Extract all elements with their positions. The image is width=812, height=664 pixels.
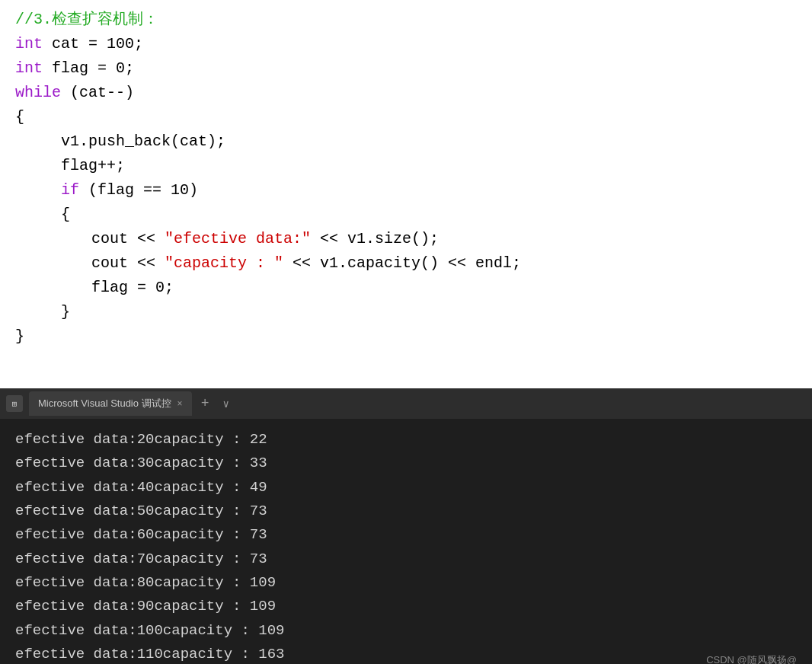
output-line: efective data:80capacity : 109 — [15, 571, 797, 595]
code-line: { — [0, 105, 812, 129]
code-token: while — [15, 81, 61, 105]
code-line: int cat = 100; — [0, 32, 812, 56]
terminal-panel: ⊞ Microsoft Visual Studio 调试控 × + ∨ efec… — [0, 388, 812, 664]
code-token: flag = 0; — [91, 276, 174, 300]
code-token: (flag == 10) — [79, 178, 198, 203]
code-line: } — [0, 324, 812, 349]
output-line: efective data:100capacity : 109 — [15, 619, 797, 643]
code-token: << v1.capacity() << endl; — [283, 251, 521, 276]
code-token: { — [61, 203, 70, 227]
code-line: v1.push_back(cat); — [0, 129, 812, 154]
code-line: cout << "capacity : " << v1.capacity() <… — [0, 251, 812, 276]
output-line: efective data:50capacity : 73 — [15, 500, 797, 523]
code-token: "capacity : " — [165, 251, 283, 276]
code-token: (cat--) — [61, 81, 134, 105]
code-token: "efective data:" — [165, 227, 311, 251]
code-token: flag++; — [61, 154, 125, 178]
code-line: } — [0, 300, 812, 324]
code-token: } — [61, 300, 70, 324]
code-token: v1.push_back(cat); — [61, 129, 225, 154]
code-line: if (flag == 10) — [0, 178, 812, 203]
output-line: efective data:30capacity : 33 — [15, 452, 797, 475]
code-line: flag++; — [0, 154, 812, 178]
terminal-chevron-button[interactable]: ∨ — [218, 397, 233, 410]
code-token: if — [61, 178, 79, 203]
code-token: flag = 0; — [43, 56, 134, 81]
terminal-close-button[interactable]: × — [177, 398, 183, 409]
code-token: int — [15, 56, 43, 81]
terminal-add-button[interactable]: + — [195, 396, 216, 411]
output-line: efective data:60capacity : 73 — [15, 523, 797, 547]
terminal-output: efective data:20capacity : 22efective da… — [0, 419, 812, 664]
terminal-tab[interactable]: Microsoft Visual Studio 调试控 × — [29, 391, 192, 416]
terminal-tab-bar: ⊞ Microsoft Visual Studio 调试控 × + ∨ — [0, 388, 812, 419]
code-token: //3.检查扩容机制： — [15, 8, 158, 32]
code-line: int flag = 0; — [0, 56, 812, 81]
output-line: efective data:70capacity : 73 — [15, 547, 797, 571]
output-line: efective data:110capacity : 163 — [15, 643, 797, 664]
code-line: flag = 0; — [0, 276, 812, 300]
code-token: { — [15, 105, 24, 129]
output-line: efective data:40capacity : 49 — [15, 476, 797, 500]
code-token: cat = 100; — [43, 32, 143, 56]
code-line: { — [0, 203, 812, 227]
output-line: efective data:90capacity : 109 — [15, 595, 797, 618]
code-token: cout << — [91, 227, 165, 251]
output-line: efective data:20capacity : 22 — [15, 428, 797, 452]
code-token: cout << — [91, 251, 165, 276]
code-editor: //3.检查扩容机制：int cat = 100;int flag = 0;wh… — [0, 0, 812, 388]
code-line: //3.检查扩容机制： — [0, 8, 812, 32]
code-token: << v1.size(); — [311, 227, 439, 251]
terminal-tab-label: Microsoft Visual Studio 调试控 — [38, 397, 171, 410]
code-token: int — [15, 32, 43, 56]
code-token: } — [15, 324, 24, 349]
watermark: CSDN @随风飘扬@ — [706, 652, 797, 664]
code-line: cout << "efective data:" << v1.size(); — [0, 227, 812, 251]
code-line: while (cat--) — [0, 81, 812, 105]
terminal-icon: ⊞ — [6, 395, 23, 412]
